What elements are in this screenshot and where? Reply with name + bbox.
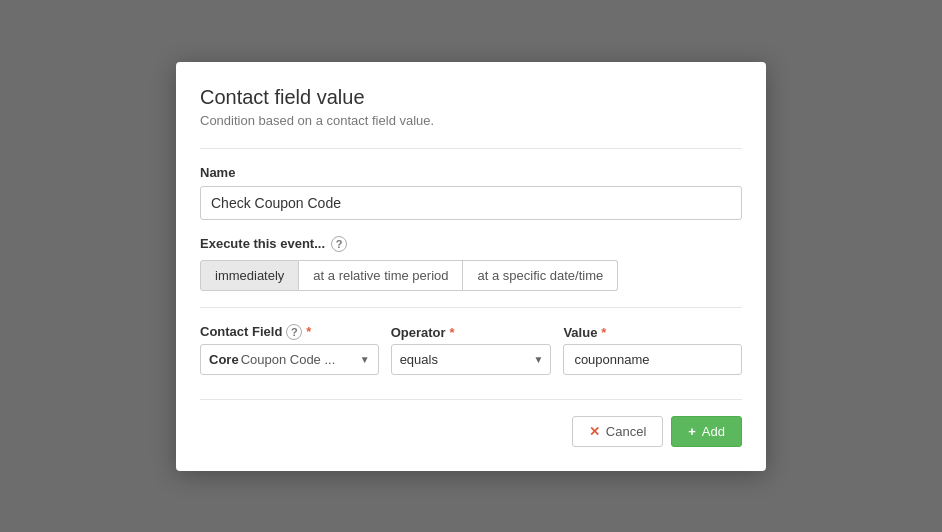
- name-input[interactable]: [200, 186, 742, 220]
- add-button[interactable]: + Add: [671, 416, 742, 447]
- modal-title: Contact field value: [200, 86, 742, 109]
- contact-field-label: Contact Field ? *: [200, 324, 379, 340]
- value-label: Value *: [563, 325, 742, 340]
- contact-field-select[interactable]: Core Coupon Code ... ▼: [200, 344, 379, 375]
- add-label: Add: [702, 424, 725, 439]
- contact-field-help-icon[interactable]: ?: [286, 324, 302, 340]
- contact-field-dropdown-icon: ▼: [360, 354, 370, 365]
- cancel-icon: ✕: [589, 424, 600, 439]
- operator-label: Operator *: [391, 325, 552, 340]
- name-field-group: Name: [200, 165, 742, 220]
- value-input[interactable]: [563, 344, 742, 375]
- cancel-label: Cancel: [606, 424, 646, 439]
- condition-fields-row: Contact Field ? * Core Coupon Code ... ▼…: [200, 324, 742, 375]
- operator-select-wrapper: equals not equals contains does not cont…: [391, 344, 552, 375]
- modal-subtitle: Condition based on a contact field value…: [200, 113, 742, 128]
- modal-dialog: Contact field value Condition based on a…: [176, 62, 766, 471]
- execute-label: Execute this event... ?: [200, 236, 742, 252]
- contact-field-required: *: [306, 324, 311, 339]
- contact-field-text: Coupon Code ...: [241, 352, 360, 367]
- contact-field-core-label: Core: [209, 352, 239, 367]
- modal-footer: ✕ Cancel + Add: [200, 399, 742, 447]
- execute-tab-group: immediately at a relative time period at…: [200, 260, 742, 291]
- contact-field-col: Contact Field ? * Core Coupon Code ... ▼: [200, 324, 379, 375]
- tab-relative[interactable]: at a relative time period: [299, 260, 463, 291]
- divider-top: [200, 148, 742, 149]
- tab-immediately[interactable]: immediately: [200, 260, 299, 291]
- operator-field-col: Operator * equals not equals contains do…: [391, 325, 552, 375]
- operator-select[interactable]: equals not equals contains does not cont…: [391, 344, 552, 375]
- execute-field-group: Execute this event... ? immediately at a…: [200, 236, 742, 291]
- name-label: Name: [200, 165, 742, 180]
- divider-middle: [200, 307, 742, 308]
- value-field-col: Value *: [563, 325, 742, 375]
- value-required: *: [601, 325, 606, 340]
- cancel-button[interactable]: ✕ Cancel: [572, 416, 663, 447]
- add-icon: +: [688, 424, 696, 439]
- operator-required: *: [450, 325, 455, 340]
- execute-help-icon[interactable]: ?: [331, 236, 347, 252]
- tab-specific[interactable]: at a specific date/time: [463, 260, 618, 291]
